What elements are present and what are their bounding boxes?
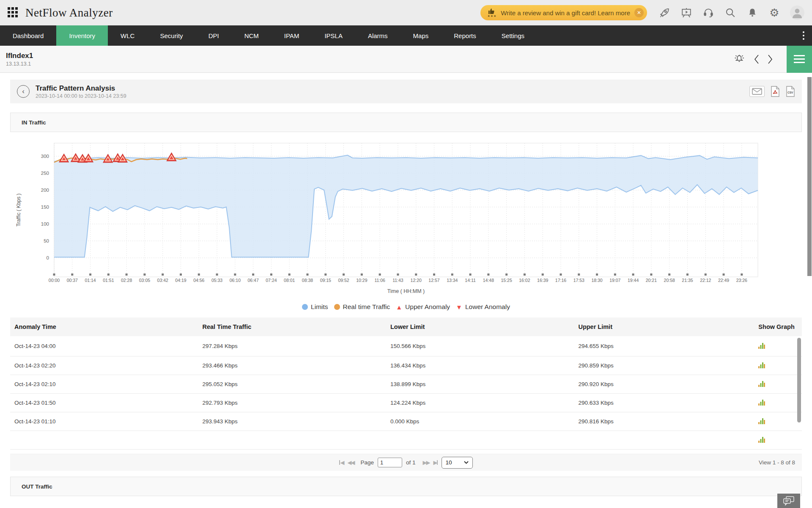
nav-tab-settings[interactable]: Settings — [489, 25, 537, 46]
cell-show-graph — [758, 436, 798, 444]
cell-show-graph — [758, 380, 798, 389]
show-graph-icon[interactable] — [758, 362, 765, 369]
nav-tab-maps[interactable]: Maps — [401, 25, 442, 46]
svg-text:10:29: 10:29 — [356, 278, 367, 283]
main-nav: DashboardInventoryWLCSecurityDPINCMIPAMI… — [0, 25, 812, 46]
svg-text:Time ( HH:MM ): Time ( HH:MM ) — [387, 288, 425, 294]
app-grid-icon[interactable] — [8, 7, 19, 18]
svg-text:14:11: 14:11 — [465, 278, 476, 283]
svg-text:06:10: 06:10 — [230, 278, 241, 283]
nav-tab-ncm[interactable]: NCM — [232, 25, 272, 46]
email-report-icon[interactable] — [749, 86, 765, 97]
review-banner[interactable]: ★★★ Write a review and win a gift card! … — [480, 5, 647, 20]
svg-text:150: 150 — [41, 204, 49, 210]
column-header-lower-limit[interactable]: Lower Limit — [390, 323, 578, 330]
main-content: ‹ Traffic Pattern Analysis 2023-10-14 00… — [0, 80, 812, 496]
next-page-button[interactable]: ▶▶ — [423, 459, 430, 466]
nav-tab-alarms[interactable]: Alarms — [355, 25, 401, 46]
in-traffic-chart: 05010015020025030000:0000:3701:1401:5102… — [10, 137, 771, 299]
show-graph-icon[interactable] — [758, 436, 765, 443]
legend-marker: ▲ — [396, 304, 402, 310]
svg-text:01:14: 01:14 — [85, 278, 96, 283]
nav-tab-dpi[interactable]: DPI — [196, 25, 232, 46]
column-header-upper-limit[interactable]: Upper Limit — [578, 323, 758, 330]
alarm-bell-icon[interactable] — [732, 53, 746, 66]
notifications-bell-icon[interactable] — [746, 6, 759, 19]
nav-tab-inventory[interactable]: Inventory — [56, 25, 108, 46]
nav-overflow-button[interactable] — [795, 25, 812, 46]
page-size-select[interactable]: 10 — [442, 457, 473, 469]
show-graph-icon[interactable] — [758, 380, 765, 387]
demo-video-icon[interactable] — [680, 6, 693, 19]
prev-page-button[interactable]: ◀◀ — [347, 459, 354, 466]
banner-close-button[interactable]: ✕ — [634, 8, 644, 17]
feedback-chat-button[interactable] — [777, 494, 800, 508]
legend-marker — [302, 304, 308, 310]
svg-text:17:53: 17:53 — [573, 278, 584, 283]
nav-tab-security[interactable]: Security — [147, 25, 195, 46]
svg-text:14:48: 14:48 — [483, 278, 494, 283]
nav-tab-reports[interactable]: Reports — [441, 25, 489, 46]
svg-text:11:06: 11:06 — [374, 278, 385, 283]
export-pdf-icon[interactable] — [771, 86, 780, 97]
show-graph-icon[interactable] — [758, 342, 765, 349]
table-row: Oct-14-23 02:20293.466 Kbps136.434 Kbps2… — [10, 356, 802, 375]
cell-anomaly-time: Oct-14-23 02:10 — [14, 381, 202, 387]
interface-menu-button[interactable] — [787, 46, 812, 73]
page-scrollbar[interactable] — [807, 77, 812, 276]
nav-tab-ipam[interactable]: IPAM — [272, 25, 312, 46]
svg-text:Traffic ( Kbps ): Traffic ( Kbps ) — [16, 193, 22, 226]
table-scrollbar[interactable] — [797, 338, 801, 422]
topbar-icons: ⚙ — [658, 6, 804, 20]
support-headset-icon[interactable] — [702, 6, 715, 19]
legend-item-lower-anomaly[interactable]: ▼Lower Anomaly — [456, 303, 510, 311]
legend-marker: ▼ — [456, 304, 462, 310]
legend-item-upper-anomaly[interactable]: ▲Upper Anomaly — [396, 303, 450, 311]
first-page-button[interactable]: ◀ — [339, 459, 343, 466]
last-page-button[interactable]: ▶ — [433, 459, 438, 466]
chart-area: 05010015020025030000:0000:3701:1401:5102… — [10, 137, 802, 301]
chart-legend: LimitsReal time Traffic▲Upper Anomaly▼Lo… — [10, 303, 802, 311]
pagination: ◀ ◀◀ Page of 1 ▶▶ ▶ 10 — [339, 457, 472, 469]
show-graph-icon[interactable] — [758, 417, 765, 425]
column-header-anomaly-time[interactable]: Anomaly Time — [14, 323, 202, 330]
svg-text:18:30: 18:30 — [591, 278, 602, 283]
nav-tab-dashboard[interactable]: Dashboard — [0, 25, 56, 46]
column-header-show-graph[interactable]: Show Graph — [758, 323, 798, 330]
svg-text:08:38: 08:38 — [302, 278, 313, 283]
svg-text:20:21: 20:21 — [646, 278, 657, 283]
rocket-icon[interactable] — [658, 6, 671, 19]
cell-real-time-traffic: 295.052 Kbps — [202, 381, 390, 387]
search-icon[interactable] — [724, 6, 737, 19]
show-graph-icon[interactable] — [758, 399, 765, 406]
chevron-down-icon — [464, 461, 469, 464]
page-number-input[interactable] — [378, 458, 402, 467]
svg-text:23:26: 23:26 — [736, 278, 747, 283]
cell-lower-limit: 124.224 Kbps — [390, 400, 578, 406]
svg-text:04:19: 04:19 — [175, 278, 186, 283]
nav-tab-wlc[interactable]: WLC — [108, 25, 147, 46]
cell-lower-limit: 136.434 Kbps — [390, 362, 578, 369]
cell-upper-limit: 290.633 Kbps — [578, 400, 758, 406]
legend-item-real-time-traffic[interactable]: Real time Traffic — [334, 303, 390, 311]
cell-anomaly-time: Oct-14-23 01:50 — [14, 400, 202, 406]
svg-text:50: 50 — [44, 238, 49, 243]
column-header-real-time-traffic[interactable]: Real Time Traffic — [202, 323, 390, 330]
user-avatar[interactable] — [790, 6, 804, 20]
export-csv-icon[interactable]: CSV — [786, 86, 795, 97]
svg-text:04:56: 04:56 — [193, 278, 204, 283]
settings-gear-icon[interactable]: ⚙ — [768, 6, 781, 19]
prev-interface-button[interactable] — [754, 54, 760, 64]
legend-item-limits[interactable]: Limits — [302, 303, 328, 311]
nav-tabs: DashboardInventoryWLCSecurityDPINCMIPAMI… — [0, 25, 537, 46]
back-button[interactable]: ‹ — [17, 85, 30, 98]
svg-text:08:01: 08:01 — [284, 278, 295, 283]
cell-lower-limit: 150.566 Kbps — [390, 343, 578, 349]
nav-tab-ipsla[interactable]: IPSLA — [312, 25, 355, 46]
next-interface-button[interactable] — [767, 54, 773, 64]
in-traffic-label: IN Traffic — [22, 119, 46, 126]
svg-text:22:49: 22:49 — [718, 278, 729, 283]
svg-text:12:57: 12:57 — [428, 278, 439, 283]
legend-label: Limits — [311, 303, 328, 311]
cell-upper-limit: 294.655 Kbps — [578, 343, 758, 349]
